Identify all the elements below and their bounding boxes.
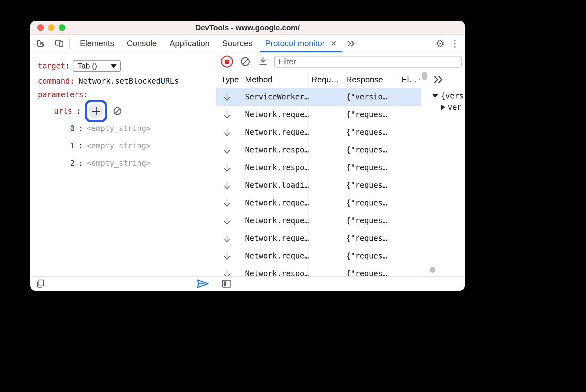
tabbar-right-controls: ⚙ ⋮ — [433, 38, 465, 50]
settings-gear-icon[interactable]: ⚙ — [433, 38, 447, 50]
method-cell: Network.reque… — [245, 229, 309, 247]
colon: : — [84, 90, 88, 99]
vertical-scrollbar-thumb[interactable] — [422, 72, 427, 80]
parameters-key: parameters — [38, 90, 84, 99]
response-cell: {"reques… — [346, 176, 387, 194]
tabbar-separator — [69, 38, 70, 49]
tree-collapsed-icon[interactable] — [441, 104, 445, 110]
item-value[interactable]: <empty_string> — [87, 124, 151, 133]
received-arrow-icon — [223, 110, 231, 119]
target-select[interactable]: Tab () — [73, 60, 121, 72]
tab-elements[interactable]: Elements — [74, 35, 120, 52]
window-title: DevTools - www.google.com/ — [195, 23, 300, 32]
colon: : — [70, 77, 74, 86]
close-window-button[interactable] — [37, 24, 44, 31]
tab-protocol-monitor[interactable]: Protocol monitor ✕ — [259, 35, 343, 52]
column-header-method[interactable]: Method — [245, 71, 308, 88]
protocol-row[interactable]: Network.reque… {"reques… — [216, 247, 421, 265]
tree-expanded-icon[interactable] — [432, 94, 438, 98]
column-header-type[interactable]: Type — [221, 71, 241, 88]
expand-sidebar-button[interactable] — [433, 75, 444, 84]
tab-label: Protocol monitor — [265, 39, 325, 48]
received-arrow-icon — [223, 92, 231, 102]
horizontal-scrollbar-thumb[interactable] — [430, 267, 435, 273]
url-item-row[interactable]: 0 : <empty_string> — [70, 124, 151, 133]
protocol-row[interactable]: Network.reque… {"reques… — [216, 194, 421, 212]
inspect-cursor-icon — [36, 39, 46, 49]
response-cell: {"reques… — [346, 123, 387, 141]
record-stop-button[interactable] — [221, 56, 233, 68]
protocol-row[interactable]: Network.respo… {"reques… — [216, 141, 421, 159]
protocol-row[interactable]: Network.reque… {"reques… — [216, 106, 421, 123]
save-log-button[interactable] — [258, 56, 268, 67]
copy-command-button[interactable] — [35, 279, 45, 289]
chevron-double-right-icon — [346, 39, 356, 48]
tab-application[interactable]: Application — [163, 35, 216, 52]
url-item-row[interactable]: 1 : <empty_string> — [70, 141, 151, 151]
tree-item-child[interactable]: ver — [441, 102, 461, 113]
tree-item-root[interactable]: {vers — [432, 91, 463, 101]
tab-console[interactable]: Console — [120, 35, 163, 52]
colon: : — [78, 141, 83, 150]
response-cell: {"reques… — [346, 159, 387, 176]
response-cell: {"reques… — [346, 194, 387, 212]
method-cell: Network.reque… — [245, 247, 309, 265]
traffic-lights — [37, 21, 65, 34]
item-value[interactable]: <empty_string> — [87, 159, 151, 168]
column-header-response[interactable]: Response — [346, 71, 397, 88]
chevron-double-right-icon — [433, 75, 444, 84]
inspect-element-button[interactable] — [35, 37, 47, 50]
column-header-elapsed[interactable]: El… — [402, 71, 421, 88]
zoom-window-button[interactable] — [59, 24, 65, 31]
clear-log-button[interactable] — [240, 56, 251, 67]
window-titlebar[interactable]: DevTools - www.google.com/ — [30, 21, 465, 35]
protocol-row[interactable]: Network.reque… {"reques… — [216, 212, 421, 229]
received-arrow-icon — [223, 181, 231, 190]
kebab-menu-icon[interactable]: ⋮ — [450, 38, 460, 49]
protocol-row[interactable]: Network.respo… {"reques… — [216, 159, 421, 176]
device-toolbar-button[interactable] — [53, 37, 66, 50]
toggle-sidebar-button[interactable] — [222, 279, 232, 288]
column-header-request[interactable]: Requ… — [311, 71, 342, 88]
sidebar-toggle-icon — [222, 279, 232, 288]
received-arrow-icon — [223, 145, 231, 155]
url-item-row[interactable]: 2 : <empty_string> — [70, 158, 151, 168]
devtools-tabbar: Elements Console Application Sources Pro… — [30, 35, 465, 52]
item-value[interactable]: <empty_string> — [87, 141, 151, 150]
colon: : — [78, 124, 83, 133]
colon: : — [78, 159, 83, 168]
protocol-row[interactable]: Network.loadi… {"reques… — [216, 176, 421, 194]
received-arrow-icon — [223, 234, 231, 243]
block-icon — [240, 56, 251, 67]
log-toolbar — [216, 52, 465, 71]
command-row[interactable]: command: Network.setBlockedURLs — [38, 76, 179, 86]
block-icon — [113, 106, 122, 116]
protocol-log-panel: Type Method Requ… Response El… — [216, 52, 465, 291]
tab-sources[interactable]: Sources — [216, 35, 259, 52]
minimize-window-button[interactable] — [48, 24, 55, 31]
response-cell: {"reques… — [346, 229, 387, 247]
response-cell: {"reques… — [346, 247, 387, 265]
method-cell: Network.reque… — [245, 123, 309, 141]
received-arrow-icon — [223, 269, 231, 276]
method-cell: Network.reque… — [245, 212, 309, 229]
tree-root-label: {vers — [441, 92, 463, 100]
close-tab-icon[interactable]: ✕ — [331, 39, 337, 48]
more-tabs-button[interactable] — [343, 39, 358, 48]
protocol-row[interactable]: ServiceWorker… {"versio… — [216, 88, 421, 106]
add-array-item-button[interactable] — [88, 104, 104, 119]
command-value: Network.setBlockedURLs — [79, 77, 179, 86]
protocol-row[interactable]: Network.respo… {"reques… — [216, 265, 421, 276]
colon: : — [76, 107, 81, 116]
devtools-window: DevTools - www.google.com/ Elements Cons… — [30, 21, 465, 291]
protocol-row[interactable]: Network.reque… {"reques… — [216, 123, 421, 141]
clear-array-button[interactable] — [113, 106, 122, 116]
response-cell: {"reques… — [346, 265, 387, 276]
download-icon — [258, 56, 268, 67]
protocol-row[interactable]: Network.reque… {"reques… — [216, 229, 421, 247]
send-command-button[interactable] — [195, 278, 210, 290]
filter-input[interactable] — [274, 56, 462, 68]
annotation-highlight — [85, 100, 107, 122]
editor-bottom-toolbar — [30, 276, 216, 291]
log-rows: ServiceWorker… {"versio… Network.reque… … — [216, 88, 421, 276]
